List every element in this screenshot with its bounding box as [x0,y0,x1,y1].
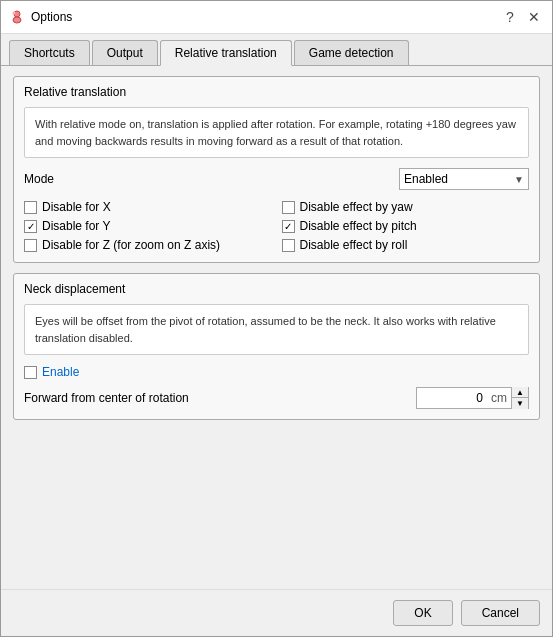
checkbox-disable-z-label: Disable for Z (for zoom on Z axis) [42,238,220,252]
checkbox-disable-z-row: Disable for Z (for zoom on Z axis) [24,238,272,252]
neck-info-box: Eyes will be offset from the pivot of ro… [24,304,529,355]
relative-translation-section: Relative translation With relative mode … [13,76,540,263]
mode-select[interactable]: Enabled ▼ [399,168,529,190]
svg-point-1 [13,17,21,23]
spinner-arrows: ▲ ▼ [511,387,528,409]
select-arrow-icon: ▼ [514,174,524,185]
checkbox-disable-x[interactable] [24,201,37,214]
neck-forward-row: Forward from center of rotation cm ▲ ▼ [24,387,529,409]
checkboxes-grid: Disable for X Disable effect by yaw Disa… [24,200,529,252]
footer: OK Cancel [1,589,552,636]
mode-select-value: Enabled [404,172,448,186]
tab-bar: Shortcuts Output Relative translation Ga… [1,34,552,66]
forward-unit: cm [487,391,511,405]
relative-section-title: Relative translation [24,85,529,99]
checkbox-disable-y-label: Disable for Y [42,219,110,233]
checkbox-disable-roll[interactable] [282,239,295,252]
help-button[interactable]: ? [500,7,520,27]
neck-forward-label: Forward from center of rotation [24,391,189,405]
tab-shortcuts[interactable]: Shortcuts [9,40,90,65]
relative-info-box: With relative mode on, translation is ap… [24,107,529,158]
checkbox-disable-yaw-row: Disable effect by yaw [282,200,530,214]
checkbox-disable-yaw[interactable] [282,201,295,214]
checkbox-disable-x-row: Disable for X [24,200,272,214]
neck-enable-row: Enable [24,365,529,379]
checkbox-disable-pitch[interactable] [282,220,295,233]
checkbox-disable-y[interactable] [24,220,37,233]
mode-row: Mode Enabled ▼ [24,168,529,190]
checkbox-disable-yaw-label: Disable effect by yaw [300,200,413,214]
window-controls: ? ✕ [500,7,544,27]
svg-point-2 [13,12,16,15]
checkbox-disable-roll-row: Disable effect by roll [282,238,530,252]
options-window: Options ? ✕ Shortcuts Output Relative tr… [0,0,553,637]
forward-value-input[interactable] [417,389,487,407]
window-icon [9,9,25,25]
checkbox-neck-enable[interactable] [24,366,37,379]
checkbox-disable-y-row: Disable for Y [24,219,272,233]
spinner-down-button[interactable]: ▼ [512,398,528,409]
tab-content: Relative translation With relative mode … [1,66,552,589]
checkbox-disable-x-label: Disable for X [42,200,111,214]
spinner-up-button[interactable]: ▲ [512,387,528,398]
cancel-button[interactable]: Cancel [461,600,540,626]
checkbox-disable-pitch-row: Disable effect by pitch [282,219,530,233]
ok-button[interactable]: OK [393,600,452,626]
neck-displacement-section: Neck displacement Eyes will be offset fr… [13,273,540,420]
checkbox-disable-roll-label: Disable effect by roll [300,238,408,252]
forward-spinner: cm ▲ ▼ [416,387,529,409]
tab-output[interactable]: Output [92,40,158,65]
neck-enable-label[interactable]: Enable [42,365,79,379]
checkbox-disable-pitch-label: Disable effect by pitch [300,219,417,233]
tab-game-detection[interactable]: Game detection [294,40,409,65]
mode-label: Mode [24,172,54,186]
tab-relative-translation[interactable]: Relative translation [160,40,292,66]
window-title: Options [31,10,494,24]
neck-section-title: Neck displacement [24,282,529,296]
title-bar: Options ? ✕ [1,1,552,34]
close-button[interactable]: ✕ [524,7,544,27]
checkbox-disable-z[interactable] [24,239,37,252]
